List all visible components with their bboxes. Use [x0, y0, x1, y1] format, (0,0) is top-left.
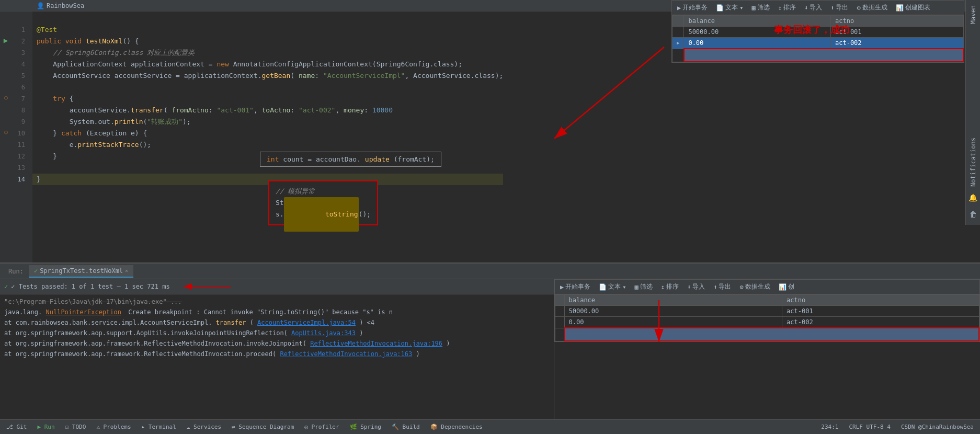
type-acctsvc: AccountService: [53, 70, 114, 82]
console-link-2[interactable]: AopUtils.java:343: [291, 329, 356, 337]
maven-label: Maven: [968, 3, 978, 27]
gutter-catch[interactable]: ⬡: [0, 127, 12, 138]
popup1-text: int count = accountDao. update (fromAct)…: [267, 155, 435, 163]
console-line-1: java.lang. NullPointerException Create b…: [4, 307, 550, 317]
method-transfer: transfer: [131, 105, 164, 116]
status-spring[interactable]: 🌿 Spring: [350, 424, 381, 430]
db-table-bottom: balance actno 50000.00 act-001: [555, 294, 979, 341]
console-line-3: at org.springframework.aop.support.AopUt…: [4, 328, 550, 338]
btn-sort-top[interactable]: ↕ 排序: [776, 2, 798, 13]
row2-actno-top: act-002: [831, 38, 964, 49]
btn-chart-top[interactable]: 📊 创建图表: [894, 2, 932, 13]
trash-icon[interactable]: 🗑: [970, 210, 977, 219]
btn-export-top[interactable]: ⬆ 导出: [828, 2, 850, 13]
status-git[interactable]: ⎇ Git: [6, 424, 27, 430]
btn-chart-bottom-label: 创: [788, 282, 794, 291]
code-line-method: public void testNoXml () {: [32, 36, 503, 47]
line-num-7: 7: [12, 93, 28, 105]
gutter-blank6: [0, 81, 12, 92]
line-num-8: 8: [12, 105, 28, 116]
btn-chart-bottom[interactable]: 📊 创: [777, 281, 796, 292]
tab-close-icon[interactable]: ✕: [125, 268, 128, 273]
line-num-14: 14: [12, 174, 28, 185]
gutter-breakpoint[interactable]: ⬡: [0, 92, 12, 104]
line-num-10: 10: [12, 128, 28, 139]
notifications-panel[interactable]: Notifications 🔔 🗑: [965, 131, 980, 225]
bottom-panel: Run: ✓ SpringTxTest.testNoXml ✕ ✓ ✓ Test…: [0, 262, 980, 419]
status-problems[interactable]: ⚠ Problems: [96, 424, 131, 430]
console-link-1[interactable]: AccountServiceImpl.java:54: [257, 319, 356, 326]
row-empty-ind: [673, 49, 684, 62]
console-at-2: at org.springframework.aop.support.AopUt…: [4, 329, 288, 337]
status-terminal[interactable]: ▸ Terminal: [142, 424, 176, 430]
btn-start-tx-bottom[interactable]: ▶ 开始事务: [558, 281, 592, 292]
notifications-label: Notifications: [968, 135, 978, 189]
btn-text-bottom[interactable]: 📄 文本 ▾: [597, 281, 628, 292]
btn-import-bottom[interactable]: ⬇ 导入: [685, 281, 707, 292]
btn-filter-bottom[interactable]: ▦ 筛选: [632, 281, 654, 292]
kw-public: public: [37, 36, 65, 47]
str-act002: "act-002": [299, 105, 335, 116]
console-close-3: ): [446, 340, 450, 347]
db-toolbar-bottom: ▶ 开始事务 📄 文本 ▾ ▦ 筛选 ↕ 排序 ⬇ 导入 ⬆ 导出 ⚙ 数据生成…: [555, 280, 979, 294]
tab-springtxtest[interactable]: ✓ SpringTxTest.testNoXml ✕: [29, 265, 133, 278]
console-link-3[interactable]: ReflectiveMethodInvocation.java:196: [310, 340, 442, 347]
console-at-4: at org.springframework.aop.framework.Ref…: [4, 350, 276, 358]
status-run[interactable]: ▶ Run: [38, 424, 55, 430]
row1-indicator-top: [673, 27, 684, 38]
btn-text-top[interactable]: 📄 文本 ▾: [714, 2, 745, 13]
status-build[interactable]: 🔨 Build: [392, 424, 420, 430]
th-actno-top: actno: [831, 16, 964, 27]
status-services[interactable]: ☁ Services: [187, 424, 221, 430]
line-num-2: 2: [12, 36, 28, 47]
gutter-blank3: [0, 46, 12, 58]
type-exception: Exception: [90, 128, 131, 139]
row2-balance-top: 0.00: [684, 38, 831, 49]
param-money: money: [344, 105, 364, 116]
tab-bar: Run: ✓ SpringTxTest.testNoXml ✕: [0, 264, 980, 279]
status-dependencies[interactable]: 📦 Dependencies: [430, 424, 483, 430]
line-num-13: 13: [12, 162, 28, 174]
btn-sort-bottom[interactable]: ↕ 排序: [659, 281, 681, 292]
db-row-2-top[interactable]: ▶ 0.00 act-002: [673, 38, 964, 49]
btn-import-top[interactable]: ⬇ 导入: [802, 2, 824, 13]
param-to: toActno: [262, 105, 291, 116]
gutter-run-icon[interactable]: ▶: [0, 35, 12, 46]
close-brace: }: [37, 174, 41, 185]
code-line-acctservice: AccountService accountService = applicat…: [32, 70, 503, 82]
str-acctservicimpl: "AccountServiceImpl": [323, 70, 405, 82]
colon4: :: [364, 105, 372, 116]
annotation-text-top: 事务回滚了，成功: [774, 24, 849, 36]
line-num-4: 4: [12, 59, 28, 70]
var-appctx: applicationContext =: [131, 59, 216, 70]
row2-balance-bottom: 0.00: [564, 317, 782, 328]
row-empty-bottom: [564, 328, 979, 341]
str-zhuan: "转账成功": [147, 116, 183, 128]
param-from: fromActno: [172, 105, 208, 116]
console-link-4[interactable]: ReflectiveMethodInvocation.java:163: [280, 350, 412, 358]
code-line-try: try {: [32, 93, 503, 105]
status-sequence[interactable]: ⇌ Sequence Diagram: [232, 424, 294, 430]
btn-datagen-top[interactable]: ⚙ 数据生成: [854, 2, 889, 13]
gutter-blank12: [0, 173, 12, 184]
console-line-5: at org.springframework.aop.framework.Ref…: [4, 349, 550, 359]
btn-datagen-bottom[interactable]: ⚙ 数据生成: [737, 281, 772, 292]
btn-filter-top[interactable]: ▦ 筛选: [749, 2, 771, 13]
console-method-1: transfer: [216, 319, 246, 326]
db-row-2-bottom[interactable]: 0.00 act-002: [555, 317, 979, 328]
bell-icon[interactable]: 🔔: [968, 193, 977, 202]
db-row-1-bottom[interactable]: 50000.00 act-001: [555, 306, 979, 317]
line-num-5: 5: [12, 70, 28, 82]
code-line-blank: [32, 13, 503, 24]
paren-trace: ();: [139, 139, 151, 151]
status-profiler[interactable]: ◎ Profiler: [304, 424, 339, 430]
type-appctx: ApplicationContext: [53, 59, 131, 70]
console-line-2: at com.rainbowsea.bank.service.impl.Acco…: [4, 317, 550, 328]
btn-start-tx-top[interactable]: ▶ 开始事务: [675, 2, 710, 13]
btn-export-bottom[interactable]: ⬆ 导出: [711, 281, 733, 292]
dot-class2: .class);: [471, 70, 504, 82]
status-bar: ⎇ Git ▶ Run ☑ TODO ⚠ Problems ▸ Terminal…: [0, 419, 980, 434]
console-create-bp[interactable]: Create breakpoint: [128, 309, 192, 316]
status-todo[interactable]: ☑ TODO: [65, 424, 86, 430]
console-npe: NullPointerException: [45, 309, 121, 316]
